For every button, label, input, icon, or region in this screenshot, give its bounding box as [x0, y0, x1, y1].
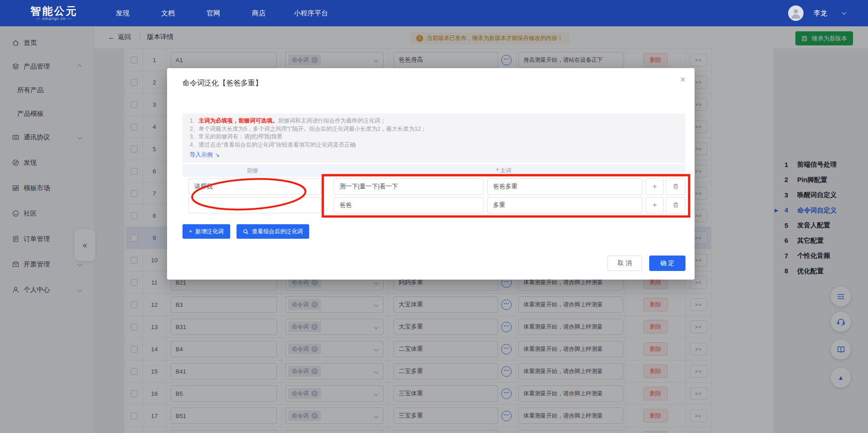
generalization-row: +	[182, 177, 686, 196]
user-menu: 李龙	[788, 0, 846, 26]
generalization-table: 前缀 *主词 +	[182, 164, 686, 214]
instructions-box: 1、主词为必填项，前缀词可选填。前缀词和主词进行组合作为最终的泛化词； 2、单个…	[182, 113, 686, 163]
generalization-rows: + +	[182, 177, 686, 214]
cancel-button[interactable]: 取 消	[607, 256, 642, 271]
delete-word-button[interactable]	[666, 178, 686, 195]
modal-footer: 取 消 确 定	[607, 256, 686, 271]
trash-icon	[672, 183, 679, 190]
modal-close-icon[interactable]: ×	[680, 74, 686, 85]
generalization-row: +	[182, 196, 686, 214]
main-word-input-1[interactable]	[334, 178, 483, 195]
nav-item[interactable]: 小程序平台	[286, 9, 336, 18]
nav-item[interactable]: 文档	[150, 9, 186, 18]
avatar-person-icon	[789, 6, 803, 20]
brand-subtitle: — smartpi.cn —	[18, 16, 90, 21]
import-example-link[interactable]: 导入示例↘	[190, 151, 219, 159]
prefix-input[interactable]	[188, 178, 321, 195]
instruction-line: 3、常见的前缀词有：请|把|帮我|我要	[190, 133, 678, 141]
instruction-lines: 1、主词为必填项，前缀词可选填。前缀词和主词进行组合作为最终的泛化词； 2、单个…	[190, 117, 678, 149]
plus-icon: +	[189, 228, 192, 235]
trash-icon	[672, 202, 679, 208]
brand-title: 智能公元	[18, 5, 90, 16]
main-word-input-2[interactable]	[487, 178, 642, 195]
generalization-actions: +新增泛化词 查看组合后的泛化词	[182, 224, 309, 239]
user-name[interactable]: 李龙	[814, 9, 827, 18]
add-word-button[interactable]: +	[646, 197, 664, 213]
main-word-column-header: *主词	[322, 167, 686, 175]
required-note: 主词为必填项，前缀词可选填。	[198, 118, 278, 124]
user-avatar[interactable]	[788, 5, 804, 21]
chevron-down-icon[interactable]	[842, 10, 847, 15]
generalization-table-header: 前缀 *主词	[182, 164, 686, 177]
nav-item[interactable]: 发现	[104, 9, 141, 18]
main-word-input-2[interactable]	[487, 197, 642, 213]
required-asterisk: *	[497, 167, 499, 174]
import-arrow-icon: ↘	[215, 151, 219, 159]
generalization-modal: 命令词泛化【爸爸多重】 × 1、主词为必填项，前缀词可选填。前缀词和主词进行组合…	[167, 68, 695, 280]
main-nav: 发现文档官网商店小程序平台	[104, 9, 345, 18]
instruction-line: 4、通过点击“查看组合后的泛化词”按钮查看填写的泛化词是否正确	[190, 141, 678, 149]
instruction-line: 2、单个词最大长度为5，多个词之间用“|”隔开。组合后的泛化词最小长度为2，最大…	[190, 125, 678, 133]
prefix-column-header: 前缀	[182, 167, 322, 175]
add-generalization-button[interactable]: +新增泛化词	[182, 224, 230, 239]
nav-item[interactable]: 官网	[195, 9, 232, 18]
confirm-button[interactable]: 确 定	[649, 256, 686, 271]
top-navbar: 智能公元 — smartpi.cn — 发现文档官网商店小程序平台 李龙	[0, 0, 868, 26]
main-word-input-1[interactable]	[334, 197, 483, 213]
screen: 1 命令词× ··· 删除 >> 2	[0, 0, 868, 433]
instruction-line: 1、主词为必填项，前缀词可选填。前缀词和主词进行组合作为最终的泛化词；	[190, 117, 678, 125]
modal-title: 命令词泛化【爸爸多重】	[182, 79, 262, 88]
search-icon	[243, 229, 249, 235]
brand-logo[interactable]: 智能公元 — smartpi.cn —	[18, 5, 90, 21]
nav-item[interactable]: 商店	[241, 9, 277, 18]
delete-word-button[interactable]	[666, 197, 686, 213]
view-combined-words-button[interactable]: 查看组合后的泛化词	[237, 224, 310, 239]
prefix-input[interactable]	[188, 197, 321, 213]
add-word-button[interactable]: +	[646, 178, 664, 195]
